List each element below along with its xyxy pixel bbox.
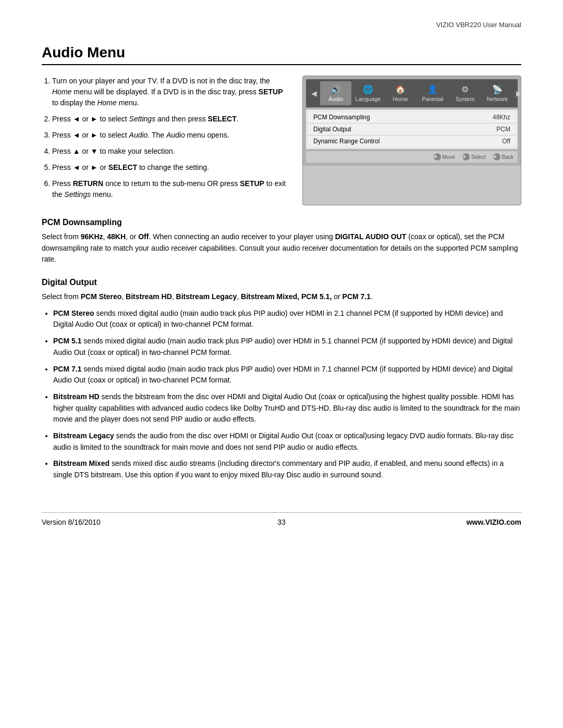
digital-output-heading: Digital Output <box>42 278 521 287</box>
sim-footer-select: ⊕ Select <box>462 153 486 161</box>
document-title: VIZIO VBR220 User Manual <box>436 21 521 29</box>
sim-row-digital: Digital Output PCM <box>308 124 516 135</box>
nav-home-label: Home <box>393 96 408 102</box>
dynamic-label: Dynamic Range Control <box>313 138 380 145</box>
step-6: Press RETURN once to return to the sub-m… <box>52 178 287 200</box>
sim-row-dynamic: Dynamic Range Control Off <box>308 135 516 147</box>
step-1: Turn on your player and your TV. If a DV… <box>52 76 287 108</box>
sim-footer-move: ⊕ Move <box>434 153 455 161</box>
page-heading: Audio Menu <box>42 44 521 65</box>
step-2: Press ◄ or ► to select Settings and then… <box>52 114 287 125</box>
page-number: 33 <box>277 518 286 526</box>
nav-network-label: Network <box>487 96 508 102</box>
audio-nav-icon: 🔊 <box>331 84 341 94</box>
system-nav-icon: ⚙ <box>461 84 469 94</box>
footer-page-number: 33 <box>104 518 459 526</box>
bullet-bitstream-mixed: Bitstream Mixed sends mixed disc audio s… <box>53 458 521 480</box>
bullet-bitstream-hd: Bitstream HD sends the bitstream from th… <box>53 391 521 425</box>
nav-parental: 👤 Parental <box>417 81 448 105</box>
digital-label: Digital Output <box>313 126 351 133</box>
sim-menu-container: ◀ 🔊 Audio 🌐 Language 🏠 Home 👤 Parental <box>303 76 521 166</box>
nav-audio: 🔊 Audio <box>320 81 351 105</box>
document-header: VIZIO VBR220 User Manual <box>42 21 521 29</box>
pcm-value: 48Khz <box>493 114 510 121</box>
page-footer: Version 8/16/2010 33 www.VIZIO.com <box>42 512 521 526</box>
sim-settings-table: PCM Downsampling 48Khz Digital Output PC… <box>306 109 518 149</box>
sim-footer: ⊕ Move ⊕ Select ⊕ Back <box>306 151 518 163</box>
network-nav-icon: 📡 <box>492 84 503 94</box>
steps-ordered-list: Turn on your player and your TV. If a DV… <box>42 76 287 200</box>
step-5: Press ◄ or ► or SELECT to change the set… <box>52 162 287 173</box>
move-icon: ⊕ <box>434 153 441 161</box>
pcm-label: PCM Downsampling <box>313 114 370 121</box>
back-icon: ⊕ <box>493 153 500 161</box>
nav-system-label: System <box>456 96 475 102</box>
step-4: Press ▲ or ▼ to make your selection. <box>52 146 287 157</box>
nav-language: 🌐 Language <box>352 81 384 105</box>
instructions-list: Turn on your player and your TV. If a DV… <box>42 76 287 205</box>
bullet-bitstream-legacy: Bitstream Legacy sends the audio from th… <box>53 430 521 453</box>
sim-row-pcm: PCM Downsampling 48Khz <box>308 112 516 124</box>
bullet-pcm-stereo: PCM Stereo sends mixed digital audio (ma… <box>53 308 521 330</box>
nav-audio-label: Audio <box>328 96 343 102</box>
digital-value: PCM <box>496 126 510 133</box>
nav-network: 📡 Network <box>482 81 513 105</box>
nav-home: 🏠 Home <box>385 81 416 105</box>
main-content-area: Turn on your player and your TV. If a DV… <box>42 76 521 205</box>
home-nav-icon: 🏠 <box>395 84 406 94</box>
bullet-pcm-51: PCM 5.1 sends mixed digital audio (main … <box>53 336 521 358</box>
bullet-pcm-71: PCM 7.1 sends mixed digital audio (main … <box>53 364 521 386</box>
digital-output-list: PCM Stereo sends mixed digital audio (ma… <box>42 308 521 481</box>
version-text: Version 8/16/2010 <box>42 518 101 526</box>
language-nav-icon: 🌐 <box>363 84 373 94</box>
footer-version: Version 8/16/2010 <box>42 518 104 526</box>
menu-screenshot-image: ◀ 🔊 Audio 🌐 Language 🏠 Home 👤 Parental <box>302 76 521 205</box>
nav-left-arrow: ◀ <box>309 89 319 97</box>
sim-nav-bar: ◀ 🔊 Audio 🌐 Language 🏠 Home 👤 Parental <box>306 79 518 107</box>
step-3: Press ◄ or ► to select Audio. The Audio … <box>52 130 287 141</box>
pcm-downsampling-text: Select from 96KHz, 48KH, or Off. When co… <box>42 231 521 265</box>
pcm-downsampling-heading: PCM Downsampling <box>42 218 521 227</box>
dynamic-value: Off <box>502 138 510 145</box>
select-icon: ⊕ <box>462 153 470 161</box>
nav-system: ⚙ System <box>449 81 481 105</box>
digital-output-intro: Select from PCM Stereo, Bitstream HD, Bi… <box>42 291 521 303</box>
nav-right-arrow: ▶ <box>514 89 521 97</box>
website-url: www.VIZIO.com <box>467 518 521 526</box>
footer-website: www.VIZIO.com <box>459 518 521 526</box>
parental-nav-icon: 👤 <box>427 84 438 94</box>
nav-parental-label: Parental <box>422 96 444 102</box>
sim-footer-back: ⊕ Back <box>493 153 513 161</box>
nav-language-label: Language <box>356 96 381 102</box>
